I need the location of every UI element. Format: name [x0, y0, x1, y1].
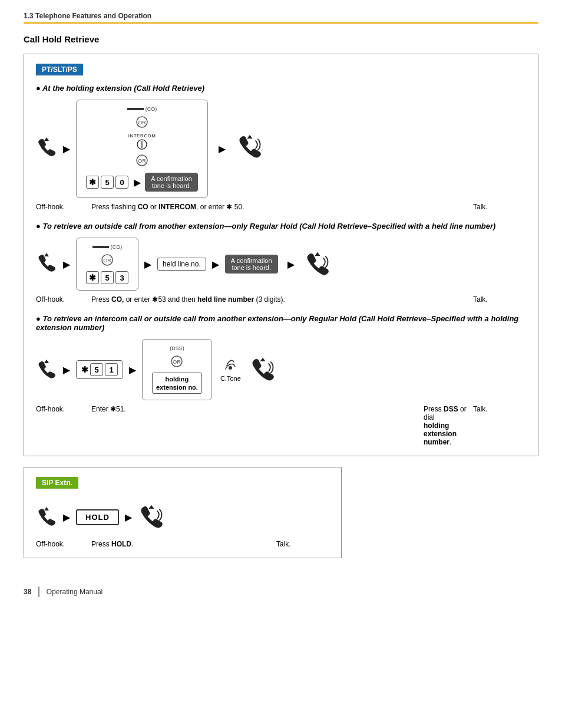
phone-offhook-icon-1 [36, 136, 57, 162]
bracket-outer-3: (DSS) OR holdingextension no. [142, 339, 212, 400]
talk-label-2: Talk. [473, 295, 526, 304]
pt-slt-ps-box: PT/SLT/PS ● At the holding extension (Ca… [24, 54, 538, 456]
desc-row-2: Off-hook. Press CO, or enter ✱53 and the… [36, 295, 526, 304]
sip-diagram: ▶ HOLD ▶ [36, 503, 329, 532]
keys-row-1: ✱ 5 0 ▶ A confirmation tone is heard. [86, 173, 198, 192]
arrow-4: ▶ [144, 259, 151, 270]
held-line-btn: held line no. [157, 258, 206, 271]
sip-box: SIP Extn. ▶ HOLD ▶ Off-hook. Press HOLD.… [24, 467, 342, 558]
co-option: (CO) [127, 106, 157, 112]
desc-row-sip: Off-hook. Press HOLD. Talk. [36, 540, 329, 548]
talk-label-1: Talk. [473, 203, 526, 211]
zero-key-1: 0 [115, 176, 128, 189]
co-bar-2 [92, 246, 109, 248]
or-icon-4: OR [170, 355, 183, 369]
arrow-sip-1: ▶ [63, 512, 70, 523]
bullet2-title: ● To retrieve an outside call from anoth… [36, 222, 526, 230]
talk-label-sip: Talk. [276, 540, 329, 548]
arrow-7: ▶ [63, 364, 70, 375]
or-icon-2: OR [135, 154, 148, 168]
svg-text:OR: OR [173, 359, 181, 365]
five-key-2: 5 [101, 271, 114, 284]
off-hook-label-2: Off-hook. [36, 295, 89, 304]
talk-icon-1 [236, 133, 263, 165]
bracket-outer-2: (CO) OR ✱ 5 3 [76, 238, 138, 291]
footer: 38 Operating Manual [24, 582, 538, 597]
bullet3-title: ● To retrieve an intercom call or outsid… [36, 314, 526, 332]
svg-marker-0 [44, 137, 49, 141]
co-option-2: (CO) [92, 244, 123, 250]
arrow-3: ▶ [63, 259, 70, 270]
hold-button: HOLD [76, 509, 119, 525]
diagram1: ▶ (CO) OR INTERCOM [36, 100, 526, 198]
off-hook-label-1: Off-hook. [36, 203, 89, 211]
desc-row-3: Off-hook. Enter ✱51. Press DSS or dialho… [36, 405, 526, 446]
c-tone-label: C.Tone [220, 375, 241, 382]
press-co-desc-1: Press flashing CO or INTERCOM, or enter … [91, 203, 471, 211]
arrow-6: ▶ [287, 259, 295, 270]
arrow-keys-1: ▶ [134, 177, 141, 188]
bracket-outer-1: (CO) OR INTERCOM OR [76, 100, 208, 198]
five-key-3: 5 [90, 363, 103, 376]
diagram3: ▶ ✱ 5 1 ▶ (DSS) OR holdingextension no. [36, 339, 526, 400]
pt-badge: PT/SLT/PS [36, 64, 83, 75]
arrow-1: ▶ [63, 143, 70, 154]
footer-divider [38, 587, 39, 597]
arrow-2: ▶ [219, 143, 226, 154]
section-header: 1.3 Telephone Features and Operation [24, 12, 538, 24]
diagram2: ▶ (CO) OR ✱ 5 3 ▶ held line no. ▶ A [36, 238, 526, 291]
svg-text:OR: OR [103, 258, 111, 263]
arrow-sip-2: ▶ [125, 512, 132, 523]
talk-label-3: Talk. [473, 405, 526, 446]
phone-offhook-icon-3 [36, 358, 57, 381]
svg-marker-18 [148, 505, 154, 509]
svg-marker-16 [260, 357, 265, 361]
svg-marker-17 [44, 507, 49, 510]
press-hold-desc: Press HOLD. [91, 540, 274, 548]
confirm-2: A confirmation tone is heard. [225, 255, 278, 274]
svg-marker-8 [44, 253, 49, 256]
keys-row-2: ✱ 5 3 [86, 271, 128, 284]
svg-marker-12 [44, 360, 49, 363]
svg-text:OR: OR [138, 120, 146, 126]
svg-point-15 [229, 366, 232, 370]
talk-icon-3 [249, 355, 276, 384]
three-key-2: 3 [115, 271, 128, 284]
star-key-2: ✱ [86, 271, 99, 284]
co-label: (CO) [146, 106, 157, 112]
confirm-1: A confirmation tone is heard. [145, 173, 198, 192]
or-icon-3: OR [101, 253, 114, 268]
page-title: Call Hold Retrieve [24, 34, 538, 44]
star-key-1: ✱ [86, 176, 99, 189]
enter-51-desc: Enter ✱51. [91, 405, 421, 446]
sip-badge: SIP Extn. [36, 477, 78, 489]
press-dss-desc: Press DSS or dialholding extensionnumber… [424, 405, 471, 446]
off-hook-label-3: Off-hook. [36, 405, 89, 446]
co-label-2: (CO) [111, 244, 123, 250]
section-title: 1.3 Telephone Features and Operation [24, 12, 151, 20]
intercom-label: INTERCOM [128, 133, 156, 139]
svg-marker-7 [247, 135, 252, 139]
phone-offhook-icon-2 [36, 252, 57, 277]
five-key-1: 5 [101, 176, 114, 189]
talk-icon-2 [304, 250, 331, 279]
arrow-5: ▶ [212, 259, 219, 270]
one-key-3: 1 [105, 363, 118, 376]
phone-offhook-icon-sip [36, 506, 57, 529]
talk-icon-sip [138, 503, 165, 532]
page-number: 38 [24, 588, 31, 596]
off-hook-label-sip: Off-hook. [36, 540, 89, 548]
or-icon-1: OR [135, 116, 148, 130]
c-tone: C.Tone [220, 357, 241, 382]
keys-box-3: ✱ 5 1 [76, 360, 123, 379]
svg-text:OR: OR [138, 158, 146, 164]
holding-ext-btn: holdingextension no. [152, 373, 202, 394]
svg-marker-11 [315, 252, 320, 255]
dss-label: (DSS) [170, 345, 184, 351]
press-co-desc-2: Press CO, or enter ✱53 and then held lin… [91, 295, 471, 304]
co-bar [127, 108, 144, 110]
desc-row-1: Off-hook. Press flashing CO or INTERCOM,… [36, 203, 526, 211]
manual-label: Operating Manual [47, 588, 103, 596]
star-key-3: ✱ [81, 365, 88, 374]
bullet1-title: ● At the holding extension (Call Hold Re… [36, 84, 526, 93]
